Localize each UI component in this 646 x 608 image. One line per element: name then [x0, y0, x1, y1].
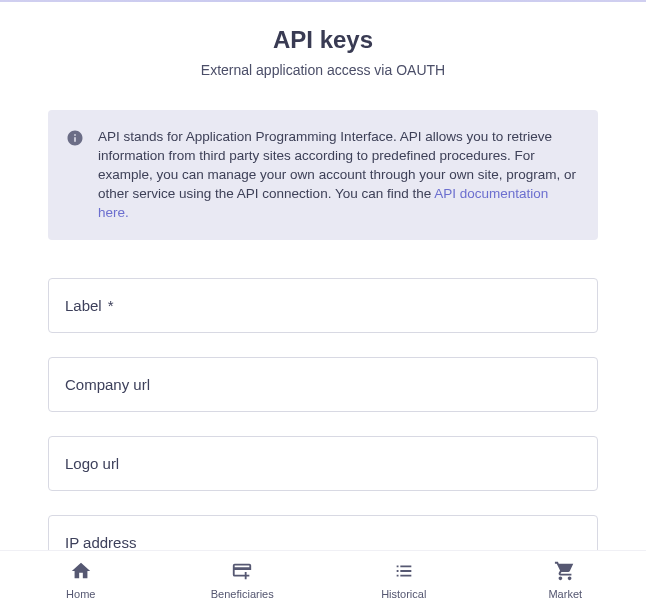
page-title: API keys — [48, 26, 598, 54]
ip-address-field-label: IP address — [65, 534, 136, 551]
page-subtitle: External application access via OAUTH — [48, 62, 598, 78]
bottom-nav: Home Beneficiaries Historical Market — [0, 550, 646, 608]
info-text: API stands for Application Programming I… — [98, 128, 578, 222]
label-field-label: Label — [65, 297, 102, 314]
company-url-field[interactable]: Company url — [48, 357, 598, 412]
nav-market-label: Market — [548, 588, 582, 600]
home-icon — [70, 560, 92, 586]
nav-home-label: Home — [66, 588, 95, 600]
logo-url-field[interactable]: Logo url — [48, 436, 598, 491]
info-box: API stands for Application Programming I… — [48, 110, 598, 240]
nav-home[interactable]: Home — [0, 560, 162, 600]
cart-icon — [554, 560, 576, 586]
logo-url-field-label: Logo url — [65, 455, 119, 472]
company-url-field-label: Company url — [65, 376, 150, 393]
card-add-icon — [231, 560, 253, 586]
nav-beneficiaries-label: Beneficiaries — [211, 588, 274, 600]
label-field[interactable]: Label * — [48, 278, 598, 333]
nav-historical-label: Historical — [381, 588, 426, 600]
info-icon — [66, 129, 84, 147]
nav-market[interactable]: Market — [485, 560, 647, 600]
label-field-required: * — [108, 297, 114, 314]
page-content: API keys External application access via… — [0, 2, 646, 570]
nav-historical[interactable]: Historical — [323, 560, 485, 600]
nav-beneficiaries[interactable]: Beneficiaries — [162, 560, 324, 600]
list-icon — [393, 560, 415, 586]
